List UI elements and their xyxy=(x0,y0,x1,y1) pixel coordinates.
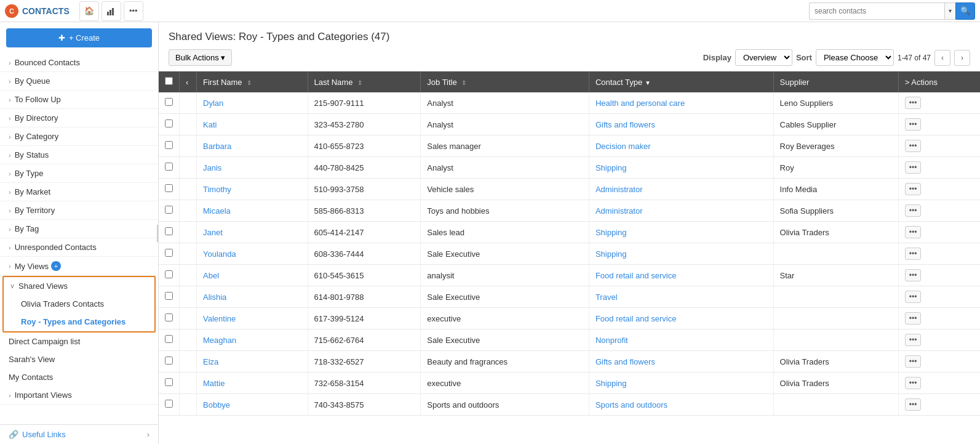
row-actions-button[interactable]: ••• xyxy=(905,291,922,303)
sidebar-item-olivia-traders[interactable]: Olivia Traders Contacts xyxy=(4,295,154,313)
sidebar-item-important-views[interactable]: › Important Views xyxy=(0,386,158,405)
contact-first-name-link[interactable]: Timothy xyxy=(203,185,231,194)
row-checkbox[interactable] xyxy=(165,119,173,127)
sidebar-item-by-market[interactable]: › By Market xyxy=(0,183,158,201)
contact-type-link[interactable]: Shipping xyxy=(596,249,627,259)
contact-type-link[interactable]: Gifts and flowers xyxy=(596,120,655,129)
row-actions-button[interactable]: ••• xyxy=(905,377,922,389)
sidebar-item-by-queue[interactable]: › By Queue xyxy=(0,72,158,91)
chart-button[interactable] xyxy=(102,1,121,21)
contact-type-link[interactable]: Food retail and service xyxy=(596,271,677,280)
contact-type-link[interactable]: Health and personal care xyxy=(596,99,685,108)
row-checkbox[interactable] xyxy=(165,292,173,300)
sidebar-item-to-follow-up[interactable]: › To Follow Up xyxy=(0,91,158,109)
th-contact-type[interactable]: Contact Type ▼ xyxy=(589,71,773,92)
row-actions-button[interactable]: ••• xyxy=(905,355,922,368)
contact-first-name-link[interactable]: Kati xyxy=(203,120,217,129)
contact-type-link[interactable]: Shipping xyxy=(596,379,627,388)
sidebar-item-my-views[interactable]: › My Views + xyxy=(0,257,158,276)
sidebar-item-bounced[interactable]: › Bounced Contacts xyxy=(0,54,158,72)
search-dropdown-button[interactable]: ▾ xyxy=(944,2,955,20)
row-actions-button[interactable]: ••• xyxy=(905,97,922,109)
contact-type-link[interactable]: Travel xyxy=(596,293,618,302)
contact-first-name-link[interactable]: Valentine xyxy=(203,314,236,323)
row-checkbox[interactable] xyxy=(165,184,173,192)
row-checkbox[interactable] xyxy=(165,378,173,386)
sidebar-item-my-contacts[interactable]: My Contacts xyxy=(0,368,158,386)
sidebar-item-by-directory[interactable]: › By Directory xyxy=(0,109,158,127)
home-button[interactable]: 🏠 xyxy=(79,1,99,21)
row-checkbox[interactable] xyxy=(165,249,173,257)
row-actions-button[interactable]: ••• xyxy=(905,398,922,411)
row-actions-button[interactable]: ••• xyxy=(905,161,922,174)
row-checkbox[interactable] xyxy=(165,98,173,106)
contact-type-link[interactable]: Shipping xyxy=(596,228,627,237)
select-all-checkbox[interactable] xyxy=(165,77,173,85)
sidebar-collapse-handle[interactable]: ‹ xyxy=(157,225,159,242)
row-checkbox[interactable] xyxy=(165,335,173,343)
bulk-actions-button[interactable]: Bulk Actions ▾ xyxy=(169,49,232,66)
row-actions-button[interactable]: ••• xyxy=(905,334,922,346)
useful-links-link[interactable]: 🔗 Useful Links xyxy=(9,430,66,439)
contact-type-link[interactable]: Shipping xyxy=(596,163,627,172)
pagination-prev-button[interactable]: ‹ xyxy=(934,50,950,66)
th-last-name[interactable]: Last Name ⇕ xyxy=(308,71,421,92)
row-actions-button[interactable]: ••• xyxy=(905,226,922,238)
row-checkbox[interactable] xyxy=(165,163,173,171)
row-actions-button[interactable]: ••• xyxy=(905,269,922,281)
sidebar-item-sarahs-view[interactable]: Sarah's View xyxy=(0,350,158,368)
pagination-next-button[interactable]: › xyxy=(954,50,970,66)
row-checkbox[interactable] xyxy=(165,357,173,365)
contact-type-link[interactable]: Sports and outdoors xyxy=(596,400,667,410)
contact-first-name-link[interactable]: Elza xyxy=(203,357,218,366)
contact-first-name-link[interactable]: Bobbye xyxy=(203,400,230,410)
more-button[interactable]: ••• xyxy=(124,1,143,21)
row-actions-button[interactable]: ••• xyxy=(905,204,922,217)
contact-type-link[interactable]: Food retail and service xyxy=(596,314,677,323)
create-button[interactable]: ✚ + Create xyxy=(6,28,152,47)
sort-select[interactable]: Please Choose xyxy=(816,49,894,66)
contact-type-link[interactable]: Administrator xyxy=(596,206,643,216)
row-checkbox[interactable] xyxy=(165,313,173,321)
contact-type-link[interactable]: Decision maker xyxy=(596,142,651,151)
contact-first-name-link[interactable]: Youlanda xyxy=(203,249,236,259)
contact-type-link[interactable]: Administrator xyxy=(596,185,643,194)
th-first-name[interactable]: First Name ⇕ xyxy=(197,71,308,92)
display-select[interactable]: Overview xyxy=(735,49,792,66)
shared-views-header[interactable]: ∨ Shared Views xyxy=(4,277,154,295)
contact-first-name-link[interactable]: Dylan xyxy=(203,99,223,108)
contact-type-link[interactable]: Gifts and flowers xyxy=(596,357,655,366)
row-actions-button[interactable]: ••• xyxy=(905,118,922,131)
contact-first-name-link[interactable]: Abel xyxy=(203,271,219,280)
row-actions-button[interactable]: ••• xyxy=(905,312,922,325)
row-actions-button[interactable]: ••• xyxy=(905,183,922,195)
row-actions-button[interactable]: ••• xyxy=(905,248,922,260)
row-checkbox[interactable] xyxy=(165,206,173,214)
row-checkbox[interactable] xyxy=(165,270,173,278)
row-checkbox[interactable] xyxy=(165,141,173,149)
sidebar-item-by-status[interactable]: › By Status xyxy=(0,146,158,164)
contact-first-name-link[interactable]: Alishia xyxy=(203,293,226,302)
contact-first-name-link[interactable]: Micaela xyxy=(203,206,231,216)
row-checkbox[interactable] xyxy=(165,400,173,408)
add-view-icon[interactable]: + xyxy=(51,261,61,271)
contact-first-name-link[interactable]: Janet xyxy=(203,228,223,237)
row-actions-button[interactable]: ••• xyxy=(905,140,922,152)
contact-first-name-link[interactable]: Janis xyxy=(203,163,221,172)
sidebar-item-unresponded[interactable]: › Unresponded Contacts xyxy=(0,238,158,257)
row-checkbox[interactable] xyxy=(165,227,173,235)
contact-first-name-link[interactable]: Meaghan xyxy=(203,336,236,345)
search-submit-button[interactable]: 🔍 xyxy=(955,2,975,20)
th-job-title[interactable]: Job Title ⇕ xyxy=(421,71,589,92)
row-supplier: Roy xyxy=(773,157,898,179)
search-input[interactable] xyxy=(809,2,944,20)
sidebar-item-by-territory[interactable]: › By Territory xyxy=(0,201,158,220)
sidebar-item-direct-campaign[interactable]: Direct Campaign list xyxy=(0,333,158,350)
contact-first-name-link[interactable]: Barbara xyxy=(203,142,231,151)
sidebar-item-by-tag[interactable]: › By Tag xyxy=(0,220,158,238)
contact-type-link[interactable]: Nonprofit xyxy=(596,336,628,345)
contact-first-name-link[interactable]: Mattie xyxy=(203,379,225,388)
sidebar-item-by-category[interactable]: › By Category xyxy=(0,127,158,146)
sidebar-item-by-type[interactable]: › By Type xyxy=(0,164,158,183)
sidebar-item-roy-types[interactable]: Roy - Types and Categories xyxy=(4,313,154,331)
